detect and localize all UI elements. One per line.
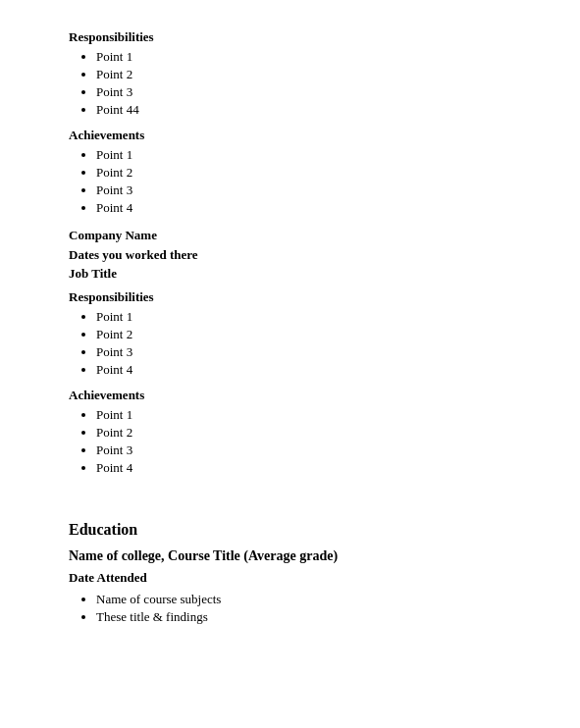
- list-item: Point 4: [96, 200, 511, 216]
- list-item: Point 2: [96, 425, 511, 441]
- responsibilities-2-title: Responsibilities: [69, 289, 511, 305]
- achievements-2-title: Achievements: [69, 388, 511, 403]
- list-item: Point 4: [96, 362, 511, 378]
- education-subjects-list: Name of course subjects These title & fi…: [96, 592, 511, 625]
- list-item: Point 1: [96, 49, 511, 65]
- list-item: Point 2: [96, 165, 511, 181]
- achievements-2-list: Point 1 Point 2 Point 3 Point 4: [96, 407, 511, 476]
- list-item: Point 2: [96, 327, 511, 342]
- list-item: Point 3: [96, 344, 511, 360]
- list-item: Point 1: [96, 147, 511, 163]
- job-title: Job Title: [69, 264, 511, 284]
- list-item: Point 44: [96, 102, 511, 118]
- responsibilities-1-list: Point 1 Point 2 Point 3 Point 44: [96, 49, 511, 118]
- company-name: Company Name: [69, 226, 511, 245]
- list-item: Point 1: [96, 309, 511, 325]
- responsibilities-2-list: Point 1 Point 2 Point 3 Point 4: [96, 309, 511, 378]
- list-item: Name of course subjects: [96, 592, 511, 607]
- list-item: Point 3: [96, 84, 511, 100]
- responsibilities-1-section: Responsibilities Point 1 Point 2 Point 3…: [69, 29, 511, 118]
- college-name: Name of college, Course Title (Average g…: [69, 548, 511, 564]
- list-item: Point 2: [96, 67, 511, 82]
- achievements-2-section: Achievements Point 1 Point 2 Point 3 Poi…: [69, 388, 511, 476]
- achievements-1-title: Achievements: [69, 128, 511, 143]
- company-dates: Dates you worked there: [69, 245, 511, 265]
- achievements-1-list: Point 1 Point 2 Point 3 Point 4: [96, 147, 511, 216]
- list-item: Point 3: [96, 182, 511, 198]
- list-item: Point 3: [96, 442, 511, 458]
- list-item: Point 4: [96, 460, 511, 476]
- responsibilities-2-section: Responsibilities Point 1 Point 2 Point 3…: [69, 289, 511, 378]
- responsibilities-1-title: Responsibilities: [69, 29, 511, 45]
- list-item: Point 1: [96, 407, 511, 423]
- date-attended: Date Attended: [69, 570, 511, 586]
- list-item: These title & findings: [96, 609, 511, 625]
- education-heading: Education: [69, 521, 511, 539]
- education-section: Education Name of college, Course Title …: [69, 521, 511, 625]
- achievements-1-section: Achievements Point 1 Point 2 Point 3 Poi…: [69, 128, 511, 216]
- company-block: Company Name Dates you worked there Job …: [69, 226, 511, 284]
